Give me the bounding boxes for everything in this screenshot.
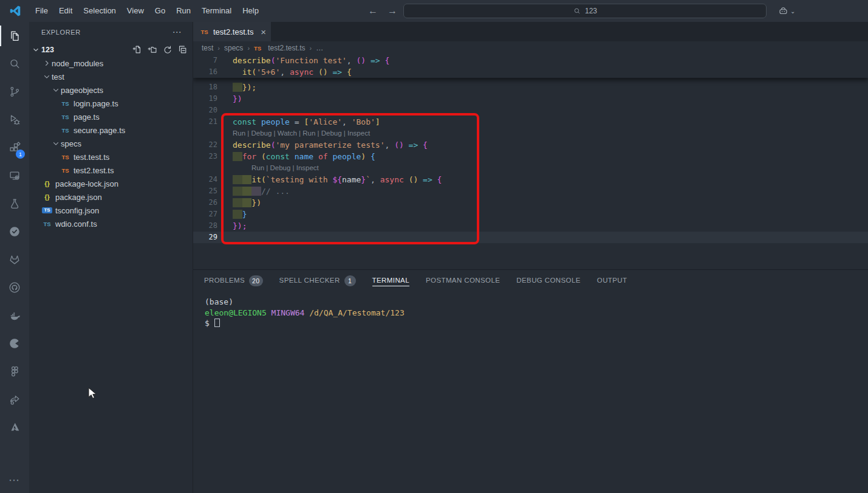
terminal-output[interactable]: (base)eleon@LEGION5 MINGW64 /d/QA_A/Test… bbox=[193, 291, 868, 329]
menu-run[interactable]: Run bbox=[171, 0, 196, 22]
tree-item-test2-test-ts[interactable]: TStest2.test.ts bbox=[29, 164, 193, 177]
code-line-24[interactable]: 24 it(`testing with ${name}`, async () =… bbox=[193, 174, 868, 185]
tree-item-label: pageobjects bbox=[61, 86, 103, 95]
panel-tab-spell-checker[interactable]: SPELL CHECKER1 bbox=[279, 275, 356, 286]
breadcrumb: test›specs›TStest2.test.ts›… bbox=[193, 41, 868, 55]
section-actions bbox=[132, 44, 188, 55]
ts-blue-file-icon: TS bbox=[42, 221, 52, 227]
activity-share-arrow[interactable] bbox=[0, 385, 29, 413]
collapse-all-icon[interactable] bbox=[177, 44, 188, 55]
sticky-scroll[interactable]: 7describe('Function test', () => {16 it(… bbox=[193, 55, 868, 78]
menu-view[interactable]: View bbox=[121, 0, 149, 22]
code-line-27[interactable]: 27 } bbox=[193, 209, 868, 220]
menu-help[interactable]: Help bbox=[237, 0, 264, 22]
activity-search[interactable] bbox=[0, 50, 29, 78]
tree-item-secure-page-ts[interactable]: TSsecure.page.ts bbox=[29, 123, 193, 137]
remote-explorer-icon bbox=[8, 169, 21, 182]
forward-arrow-icon[interactable]: → bbox=[388, 5, 397, 16]
panel-tab-terminal[interactable]: TERMINAL bbox=[372, 275, 409, 286]
panel-tab-debug-console[interactable]: DEBUG CONSOLE bbox=[516, 275, 581, 286]
tree-item-test[interactable]: test bbox=[29, 70, 193, 83]
line-number: 22 bbox=[193, 139, 217, 151]
tab-test2-test-ts[interactable]: TS test2.test.ts × bbox=[193, 22, 271, 41]
activity-source-control[interactable] bbox=[0, 78, 29, 106]
braces-file-icon: {} bbox=[42, 180, 52, 187]
activity-extensions[interactable]: 1 bbox=[0, 134, 29, 162]
menu-file[interactable]: File bbox=[30, 0, 53, 22]
menu-selection[interactable]: Selection bbox=[78, 0, 121, 22]
code-line-28[interactable]: 28}); bbox=[193, 220, 868, 232]
chevron-down-icon bbox=[42, 72, 52, 81]
account-area[interactable]: ⌄ bbox=[777, 0, 795, 22]
line-number: 26 bbox=[193, 197, 217, 209]
code-line-29[interactable]: 29 bbox=[193, 232, 868, 243]
activity-gitlab[interactable] bbox=[0, 246, 29, 274]
activity-run-debug[interactable] bbox=[0, 106, 29, 134]
activity-github[interactable] bbox=[0, 274, 29, 302]
close-icon[interactable]: × bbox=[261, 27, 266, 36]
tree-item-pageobjects[interactable]: pageobjects bbox=[29, 83, 193, 97]
breadcrumb-separator: › bbox=[310, 44, 312, 52]
command-center-search[interactable]: 123 bbox=[403, 4, 767, 18]
activity-figma[interactable] bbox=[0, 357, 29, 385]
workspace-section-header[interactable]: 123 bbox=[29, 43, 193, 57]
panel-tab-output[interactable]: OUTPUT bbox=[597, 275, 627, 286]
tree-item-label: test.test.ts bbox=[73, 153, 109, 162]
menu-edit[interactable]: Edit bbox=[53, 0, 78, 22]
breadcrumb-item[interactable]: specs bbox=[224, 44, 243, 52]
panel-tab-postman-console[interactable]: POSTMAN CONSOLE bbox=[426, 275, 500, 286]
refresh-icon[interactable] bbox=[162, 44, 173, 55]
activity-remote-explorer[interactable] bbox=[0, 162, 29, 190]
tree-item-package-lock-json[interactable]: {}package-lock.json bbox=[29, 177, 193, 190]
tree-item-page-ts[interactable]: TSpage.ts bbox=[29, 110, 193, 123]
tree-item-package-json[interactable]: {}package.json bbox=[29, 190, 193, 204]
breadcrumb-item[interactable]: … bbox=[316, 44, 323, 52]
code-line-20[interactable]: 20 bbox=[193, 105, 868, 116]
share-arrow-icon bbox=[8, 393, 21, 406]
ts-blue-file-icon: TS bbox=[60, 127, 70, 134]
codelens[interactable]: Run | Debug | Watch | Run | Debug | Insp… bbox=[193, 128, 868, 139]
tree-item-node-modules[interactable]: node_modules bbox=[29, 57, 193, 70]
menu-go[interactable]: Go bbox=[149, 0, 171, 22]
new-folder-icon[interactable] bbox=[147, 44, 157, 55]
ts-orange-file-icon: TS bbox=[60, 167, 70, 174]
activity-docker[interactable] bbox=[0, 302, 29, 329]
tree-item-tsconfig-json[interactable]: TStsconfig.json bbox=[29, 204, 193, 217]
code-line-18[interactable]: 18 }); bbox=[193, 81, 868, 93]
panel-tab-problems[interactable]: PROBLEMS20 bbox=[204, 275, 263, 286]
code-line-7[interactable]: 7describe('Function test', () => { bbox=[193, 55, 868, 66]
code-line-21[interactable]: 21const people = ['Alice', 'Bob'] bbox=[193, 116, 868, 128]
code-text: it(`testing with ${name}`, async () => { bbox=[233, 174, 442, 185]
tree-item-wdio-conf-ts[interactable]: TSwdio.conf.ts bbox=[29, 217, 193, 230]
code-line-22[interactable]: 22describe('my parameterize tests', () =… bbox=[193, 139, 868, 151]
breadcrumb-item[interactable]: TStest2.test.ts bbox=[254, 44, 306, 52]
activity-azure[interactable] bbox=[0, 413, 29, 441]
new-file-icon[interactable] bbox=[132, 44, 142, 55]
sidebar-more-icon[interactable]: ⋯ bbox=[172, 27, 182, 38]
menu-terminal[interactable]: Terminal bbox=[196, 0, 237, 22]
tree-item-test-test-ts[interactable]: TStest.test.ts bbox=[29, 150, 193, 164]
code-line-19[interactable]: 19}) bbox=[193, 93, 868, 105]
code-text: // ... bbox=[233, 185, 290, 197]
code-line-26[interactable]: 26 }) bbox=[193, 197, 868, 209]
ts-box-file-icon: TS bbox=[42, 207, 52, 213]
line-number: 20 bbox=[193, 105, 217, 116]
tree-item-specs[interactable]: specs bbox=[29, 137, 193, 150]
activity-check-circle[interactable] bbox=[0, 218, 29, 246]
code-text: describe('my parameterize tests', () => … bbox=[233, 139, 428, 151]
code-line-25[interactable]: 25 // ... bbox=[193, 185, 868, 197]
tree-item-login-page-ts[interactable]: TSlogin.page.ts bbox=[29, 97, 193, 110]
code-line-16[interactable]: 16 it('5+6', async () => { bbox=[193, 66, 868, 78]
search-icon bbox=[8, 57, 21, 71]
activity-files[interactable] bbox=[0, 22, 29, 50]
github-icon bbox=[8, 281, 21, 294]
back-arrow-icon[interactable]: ← bbox=[368, 5, 378, 16]
activity-pie-circle[interactable] bbox=[0, 329, 29, 357]
code-editor[interactable]: 7describe('Function test', () => {16 it(… bbox=[193, 55, 868, 269]
terminal-cursor bbox=[214, 319, 220, 327]
breadcrumb-item[interactable]: test bbox=[202, 44, 213, 52]
activity-more-icon[interactable]: ⋯ bbox=[9, 474, 21, 487]
activity-test-flask[interactable] bbox=[0, 190, 29, 218]
codelens[interactable]: Run | Debug | Inspect bbox=[193, 162, 868, 174]
code-line-23[interactable]: 23 for (const name of people) { bbox=[193, 151, 868, 162]
